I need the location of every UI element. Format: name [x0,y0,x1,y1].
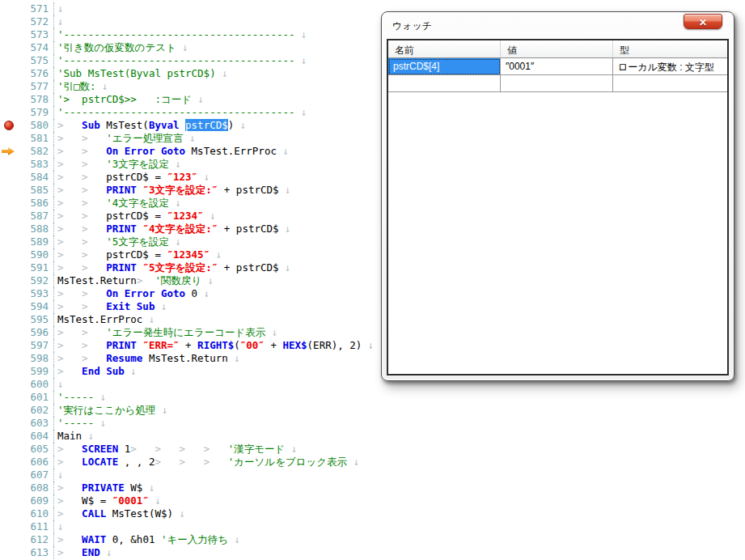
watch-name-cell[interactable]: pstrCD$[4] [388,58,501,75]
marker-gutter[interactable] [0,171,16,184]
column-header-2[interactable]: 型 [613,40,727,57]
watch-titlebar[interactable]: ウォッチ ✕ [382,12,734,39]
close-button[interactable]: ✕ [684,14,722,29]
code-text[interactable]: '> pstrCD$>> :コード ↓ [54,93,204,106]
code-text[interactable]: > > PRINT ″5文字を設定:″ + pstrCD$ ↓ [54,261,291,274]
code-line[interactable]: 601'----- ↓ [0,391,745,404]
marker-gutter[interactable] [0,132,16,145]
code-text[interactable]: > > PRINT ″ERR=″ + RIGHT$(″00″ + HEX$(ER… [54,339,374,352]
code-text[interactable]: > > On Error Goto MsTest.ErrProc ↓ [54,145,289,158]
code-text[interactable]: > > pstrCD$ = ″123″ ↓ [54,171,210,184]
marker-gutter[interactable] [0,15,16,28]
marker-gutter[interactable] [0,533,16,546]
marker-gutter[interactable] [0,119,16,132]
marker-gutter[interactable] [0,261,16,274]
code-line[interactable]: 605> SCREEN 1> > > > '漢字モード ↓ [0,443,745,456]
code-text[interactable]: Main ↓ [54,430,94,443]
marker-gutter[interactable] [0,404,16,417]
code-text[interactable]: > W$ = ″0001″ ↓ [54,494,161,507]
marker-gutter[interactable] [0,28,16,41]
watch-value-cell[interactable] [501,75,613,92]
marker-gutter[interactable] [0,417,16,430]
marker-gutter[interactable] [0,197,16,210]
code-text[interactable]: > LOCATE , , 2> > > 'カーソルをブロック表示 ↓ [54,456,359,469]
code-text[interactable]: > > pstrCD$ = ″1234″ ↓ [54,210,216,223]
marker-gutter[interactable] [0,494,16,507]
marker-gutter[interactable] [0,300,16,313]
code-text[interactable]: > PRIVATE W$ ↓ [54,482,155,494]
column-header-0[interactable]: 名前 [388,40,501,57]
marker-gutter[interactable] [0,378,16,391]
code-line[interactable]: 607↓ [0,469,745,482]
code-text[interactable]: > > '4文字を設定 ↓ [54,197,181,210]
code-line[interactable]: 610> CALL MsTest(W$) ↓ [0,507,745,520]
code-text[interactable]: '-------------------------------------- … [54,28,307,41]
code-text[interactable]: > > pstrCD$ = ″12345″ ↓ [54,248,222,261]
code-text[interactable]: > > '5文字を設定 ↓ [54,235,181,248]
marker-gutter[interactable] [0,210,16,223]
marker-gutter[interactable] [0,145,16,158]
marker-gutter[interactable] [0,313,16,326]
marker-gutter[interactable] [0,2,16,15]
code-text[interactable]: '実行はここから処理 ↓ [54,404,168,417]
marker-gutter[interactable] [0,546,16,559]
code-text[interactable]: 'Sub MsTest(Byval pstrCD$) ↓ [54,67,228,80]
code-line[interactable]: 609> W$ = ″0001″ ↓ [0,494,745,507]
code-text[interactable]: > > On Error Goto 0 ↓ [54,287,210,300]
code-text[interactable]: > > Exit Sub ↓ [54,300,167,313]
marker-gutter[interactable] [0,274,16,287]
code-line[interactable]: 606> LOCATE , , 2> > > 'カーソルをブロック表示 ↓ [0,456,745,469]
marker-gutter[interactable] [0,41,16,54]
code-text[interactable]: ↓ [54,2,64,15]
code-text[interactable]: '-------------------------------------- … [54,106,307,119]
marker-gutter[interactable] [0,430,16,443]
code-line[interactable]: 613> END ↓ [0,546,745,559]
code-text[interactable]: '引き数の仮変数のテスト ↓ [54,41,188,54]
marker-gutter[interactable] [0,326,16,339]
code-text[interactable]: > END ↓ [54,546,112,559]
marker-gutter[interactable] [0,352,16,365]
code-text[interactable]: > WAIT 0, &h01 'キー入力待ち ↓ [54,533,240,546]
marker-gutter[interactable] [0,482,16,494]
marker-gutter[interactable] [0,106,16,119]
column-header-1[interactable]: 値 [501,40,613,57]
watch-value-cell[interactable]: ″0001″ [501,58,613,75]
code-line[interactable]: 608> PRIVATE W$ ↓ [0,482,745,494]
code-line[interactable]: 604Main ↓ [0,430,745,443]
marker-gutter[interactable] [0,339,16,352]
marker-gutter[interactable] [0,184,16,197]
marker-gutter[interactable] [0,365,16,378]
code-text[interactable]: '----- ↓ [54,417,106,430]
code-text[interactable]: '-------------------------------------- … [54,54,307,67]
code-text[interactable]: ↓ [54,15,64,28]
watch-name-cell[interactable] [388,75,501,92]
watch-type-cell[interactable] [613,75,727,92]
marker-gutter[interactable] [0,158,16,171]
marker-gutter[interactable] [0,456,16,469]
watch-row[interactable] [388,75,727,92]
marker-gutter[interactable] [0,54,16,67]
code-text[interactable]: > SCREEN 1> > > > '漢字モード ↓ [54,443,297,456]
code-text[interactable]: ↓ [54,469,64,482]
watch-row[interactable]: pstrCD$[4]″0001″ローカル変数 : 文字型 [388,58,727,75]
marker-gutter[interactable] [0,287,16,300]
marker-gutter[interactable] [0,520,16,533]
marker-gutter[interactable] [0,223,16,235]
code-text[interactable]: > > PRINT ″3文字を設定:″ + pstrCD$ ↓ [54,184,291,197]
code-text[interactable]: > > 'エラー処理宣言 ↓ [54,132,196,145]
code-text[interactable]: MsTest.ErrProc ↓ [54,313,155,326]
code-text[interactable]: ↓ [54,378,64,391]
code-line[interactable]: 603'----- ↓ [0,417,745,430]
marker-gutter[interactable] [0,507,16,520]
code-text[interactable]: > CALL MsTest(W$) ↓ [54,507,185,520]
code-text[interactable]: > > 'エラー発生時にエラーコード表示 ↓ [54,326,277,339]
marker-gutter[interactable] [0,443,16,456]
code-line[interactable]: 611↓ [0,520,745,533]
marker-gutter[interactable] [0,93,16,106]
code-text[interactable]: '----- ↓ [54,391,106,404]
code-text[interactable]: > > Resume MsTest.Return ↓ [54,352,240,365]
marker-gutter[interactable] [0,469,16,482]
watch-type-cell[interactable]: ローカル変数 : 文字型 [613,58,727,75]
code-text[interactable]: MsTest.Return> '関数戻り ↓ [54,274,214,287]
code-text[interactable]: ↓ [54,520,64,533]
